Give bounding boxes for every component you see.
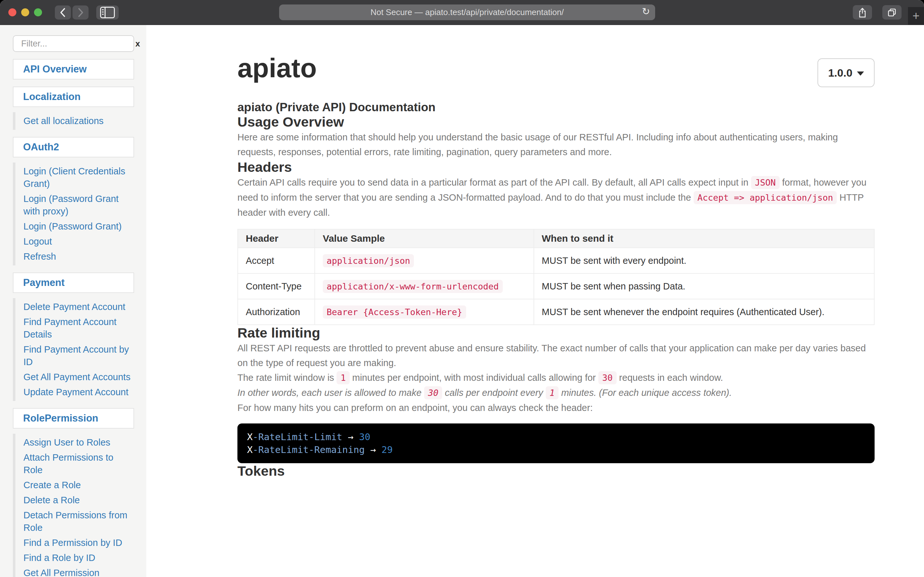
sidebar-filter[interactable]: x bbox=[13, 35, 134, 52]
column-header: Header bbox=[238, 229, 315, 248]
rate-paragraph-2: The rate limit window is 1 minutes per e… bbox=[237, 370, 875, 385]
column-header: When to send it bbox=[534, 229, 874, 248]
browser-toolbar: Not Secure — apiato.test/api/private/doc… bbox=[0, 0, 924, 25]
rate-paragraph-1: All REST API requests are throttled to p… bbox=[237, 341, 875, 370]
heading-rate-limiting: Rate limiting bbox=[237, 325, 875, 341]
table-row: Accept application/json MUST be sent wit… bbox=[238, 248, 874, 274]
sidebar-item[interactable]: Refresh bbox=[23, 250, 134, 263]
sidebar-group-payment: Delete Payment AccountFind Payment Accou… bbox=[13, 298, 134, 401]
sidebar-item[interactable]: Update Payment Account bbox=[23, 386, 134, 398]
sidebar-item[interactable]: Login (Client Credentials Grant) bbox=[23, 165, 134, 190]
sidebar-section-payment[interactable]: Payment bbox=[13, 272, 134, 293]
share-icon bbox=[858, 7, 867, 18]
window-controls bbox=[8, 8, 42, 16]
sidebar-group-oauth2: Login (Client Credentials Grant)Login (P… bbox=[13, 163, 134, 266]
sidebar-toggle-button[interactable] bbox=[96, 5, 119, 19]
table-row: Authorization Bearer {Access-Token-Here}… bbox=[238, 299, 874, 325]
filter-input[interactable] bbox=[21, 39, 136, 49]
when-cell: MUST be sent whenever the endpoint requi… bbox=[534, 299, 874, 325]
header-name-cell: Authorization bbox=[238, 299, 315, 325]
sidebar-item[interactable]: Find a Role by ID bbox=[23, 552, 134, 564]
sidebar-group-rolepermission: Assign User to RolesAttach Permissions t… bbox=[13, 434, 134, 577]
code-line: X-RateLimit-Remaining → 29 bbox=[247, 443, 865, 456]
value-sample-cell: application/json bbox=[315, 248, 533, 274]
new-tab-button[interactable]: + bbox=[908, 7, 924, 25]
docs-subtitle: apiato (Private API) Documentation bbox=[237, 101, 875, 114]
caret-down-icon bbox=[857, 71, 864, 76]
address-bar[interactable]: Not Secure — apiato.test/api/private/doc… bbox=[279, 5, 655, 20]
sidebar-item[interactable]: Assign User to Roles bbox=[23, 436, 134, 449]
tabs-icon bbox=[887, 8, 897, 17]
sidebar-section-localization[interactable]: Localization bbox=[13, 87, 134, 107]
rate-paragraph-3: In other words, each user is allowed to … bbox=[237, 385, 875, 400]
column-header: Value Sample bbox=[315, 229, 533, 248]
sidebar-item[interactable]: Login (Password Grant) bbox=[23, 220, 134, 233]
sidebar-item[interactable]: Login (Password Grant with proxy) bbox=[23, 193, 134, 218]
sidebar-item[interactable]: Create a Role bbox=[23, 479, 134, 492]
value-sample-cell: Bearer {Access-Token-Here} bbox=[315, 299, 533, 325]
sidebar-item[interactable]: Find Payment Account by ID bbox=[23, 343, 134, 368]
sidebar-item[interactable]: Delete a Role bbox=[23, 494, 134, 506]
reload-icon[interactable]: ↻ bbox=[642, 6, 650, 17]
chevron-right-icon bbox=[76, 7, 85, 18]
sidebar-item[interactable]: Get All Payment Accounts bbox=[23, 371, 134, 384]
version-dropdown[interactable]: 1.0.0 bbox=[817, 58, 875, 87]
sidebar-item[interactable]: Delete Payment Account bbox=[23, 301, 134, 313]
usage-paragraph: Here are some information that should he… bbox=[237, 130, 875, 159]
table-header-row: Header Value Sample When to send it bbox=[238, 229, 874, 248]
heading-tokens: Tokens bbox=[237, 463, 875, 479]
value-sample-cell: application/x-www-form-urlencoded bbox=[315, 274, 533, 299]
heading-headers: Headers bbox=[237, 159, 875, 175]
sidebar-item[interactable]: Attach Permissions to Role bbox=[23, 451, 134, 476]
sidebar-section-api-overview[interactable]: API Overview bbox=[13, 59, 134, 79]
version-label: 1.0.0 bbox=[828, 67, 853, 79]
rate-limit-code-block: X-RateLimit-Limit → 30X-RateLimit-Remain… bbox=[237, 424, 875, 463]
code-line: X-RateLimit-Limit → 30 bbox=[247, 430, 865, 443]
rate-paragraph-4: For how many hits you can preform on an … bbox=[237, 400, 875, 415]
sidebar-item[interactable]: Find Payment Account Details bbox=[23, 316, 134, 341]
heading-usage-overview: Usage Overview bbox=[237, 114, 875, 130]
plus-icon: + bbox=[913, 9, 919, 23]
header-name-cell: Content-Type bbox=[238, 274, 315, 299]
headers-paragraph: Certain API calls require you to send da… bbox=[237, 175, 875, 220]
chevron-left-icon bbox=[59, 7, 67, 18]
docs-sidebar: x API Overview Localization Get all loca… bbox=[0, 25, 146, 577]
when-cell: MUST be sent with every endpoint. bbox=[534, 248, 874, 274]
header-name-cell: Accept bbox=[238, 248, 315, 274]
share-button[interactable] bbox=[853, 5, 872, 19]
page-title: apiato bbox=[237, 53, 317, 84]
toolbar-right-buttons bbox=[853, 5, 901, 19]
sidebar-item[interactable]: Get All Permission bbox=[23, 567, 134, 577]
close-window-button[interactable] bbox=[8, 8, 16, 16]
zoom-window-button[interactable] bbox=[34, 8, 42, 16]
address-text: Not Secure — apiato.test/api/private/doc… bbox=[371, 7, 564, 17]
filter-clear-button[interactable]: x bbox=[136, 39, 140, 49]
when-cell: MUST be sent when passing Data. bbox=[534, 274, 874, 299]
forward-button[interactable] bbox=[73, 5, 89, 19]
sidebar-section-rolepermission[interactable]: RolePermission bbox=[13, 408, 134, 429]
headers-table: Header Value Sample When to send it Acce… bbox=[237, 229, 875, 325]
sidebar-item[interactable]: Find a Permission by ID bbox=[23, 537, 134, 549]
minimize-window-button[interactable] bbox=[21, 8, 29, 16]
table-row: Content-Type application/x-www-form-urle… bbox=[238, 274, 874, 299]
sidebar-item[interactable]: Logout bbox=[23, 235, 134, 248]
tab-overview-button[interactable] bbox=[882, 5, 901, 19]
browser-window: Not Secure — apiato.test/api/private/doc… bbox=[0, 0, 924, 577]
sidebar-icon bbox=[100, 7, 115, 18]
sidebar-section-oauth2[interactable]: OAuth2 bbox=[13, 137, 134, 157]
docs-main: apiato 1.0.0 apiato (Private API) Docume… bbox=[146, 25, 924, 577]
sidebar-item[interactable]: Get all localizations bbox=[23, 115, 134, 127]
sidebar-item[interactable]: Detach Permissions from Role bbox=[23, 509, 134, 534]
back-button[interactable] bbox=[55, 5, 71, 19]
sidebar-group-localization: Get all localizations bbox=[13, 112, 134, 130]
